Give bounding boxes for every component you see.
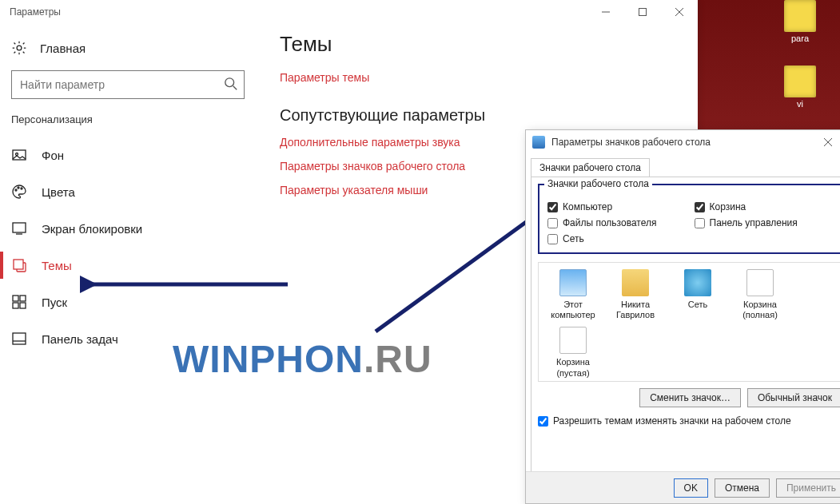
close-button[interactable] xyxy=(661,0,698,24)
allow-themes-checkbox[interactable]: Разрешить темам изменять значки на рабоч… xyxy=(538,415,840,427)
sidebar-item-lockscreen[interactable]: Экран блокировки xyxy=(0,210,256,247)
svg-point-11 xyxy=(21,188,22,189)
sidebar-item-label: Пуск xyxy=(42,296,67,309)
sidebar-item-label: Панель задач xyxy=(42,332,118,346)
search-input[interactable] xyxy=(11,70,245,99)
watermark-part1: WINPHON xyxy=(173,338,364,380)
icon-item-this-pc[interactable]: Этот компьютер xyxy=(545,269,601,320)
window-title: Параметры xyxy=(10,6,587,18)
checkbox-network[interactable]: Сеть xyxy=(547,233,687,244)
dialog-close-button[interactable] xyxy=(824,138,840,146)
icon-item-user[interactable]: Никита Гаврилов xyxy=(607,269,663,320)
default-icon-button[interactable]: Обычный значок xyxy=(747,388,840,407)
dialog-footer: OK Отмена Применить xyxy=(526,471,840,503)
gear-icon xyxy=(11,40,27,56)
svg-rect-7 xyxy=(13,150,26,160)
folder-icon xyxy=(784,65,816,97)
svg-rect-18 xyxy=(20,303,26,308)
checkbox-group: Значки рабочего стола Компьютер Корзина … xyxy=(538,184,840,254)
desktop-icon-para[interactable]: para xyxy=(776,0,824,43)
taskbar-icon xyxy=(11,331,27,347)
recycle-bin-full-icon xyxy=(746,269,774,296)
related-heading: Сопутствующие параметры xyxy=(280,106,698,125)
svg-rect-15 xyxy=(13,296,18,301)
svg-point-9 xyxy=(15,189,17,191)
annotation-arrow xyxy=(360,204,543,339)
sidebar-item-colors[interactable]: Цвета xyxy=(0,173,256,210)
sidebar-item-label: Цвета xyxy=(42,185,75,199)
dialog-titlebar: Параметры значков рабочего стола xyxy=(526,130,840,154)
sidebar: Главная Персонализация Фон Цвета Экран б… xyxy=(0,24,256,357)
watermark: WINPHON.RU xyxy=(173,337,432,381)
checkbox-control-panel[interactable]: Панель управления xyxy=(695,217,834,228)
tab-desktop-icons[interactable]: Значки рабочего стола xyxy=(531,158,650,177)
icon-item-bin-full[interactable]: Корзина (полная) xyxy=(732,269,788,320)
group-label: Значки рабочего стола xyxy=(544,178,652,189)
home-label: Главная xyxy=(40,42,86,55)
section-label: Персонализация xyxy=(0,113,256,137)
titlebar: Параметры xyxy=(0,0,698,24)
checkbox-input[interactable] xyxy=(538,416,548,427)
checkbox-userfiles[interactable]: Файлы пользователя xyxy=(547,217,687,228)
svg-point-8 xyxy=(16,153,18,156)
dialog-tabs: Значки рабочего стола xyxy=(526,154,840,177)
start-icon xyxy=(11,294,27,310)
apply-button[interactable]: Применить xyxy=(776,478,840,498)
themes-icon xyxy=(11,257,27,273)
folder-icon xyxy=(784,0,816,32)
icon-item-network[interactable]: Сеть xyxy=(670,269,726,320)
svg-point-5 xyxy=(225,78,234,87)
cancel-button[interactable]: Отмена xyxy=(715,478,770,498)
minimize-button[interactable] xyxy=(587,0,624,24)
icon-item-bin-empty[interactable]: Корзина (пустая) xyxy=(545,327,601,378)
home-link[interactable]: Главная xyxy=(0,32,256,64)
dialog-title: Параметры значков рабочего стола xyxy=(551,137,824,148)
checkbox-input[interactable] xyxy=(547,234,558,244)
sidebar-item-background[interactable]: Фон xyxy=(0,137,256,173)
checkbox-input[interactable] xyxy=(695,202,705,212)
recycle-bin-empty-icon xyxy=(559,327,587,354)
search-box xyxy=(11,70,245,99)
sidebar-item-label: Фон xyxy=(42,149,64,162)
sidebar-item-label: Экран блокировки xyxy=(42,222,142,236)
watermark-part2: .RU xyxy=(364,338,432,380)
network-icon xyxy=(684,269,711,296)
svg-rect-17 xyxy=(13,303,18,308)
checkbox-input[interactable] xyxy=(547,202,558,212)
svg-rect-1 xyxy=(639,9,647,16)
link-theme-settings[interactable]: Параметры темы xyxy=(280,71,698,84)
maximize-button[interactable] xyxy=(624,0,661,24)
checkbox-input[interactable] xyxy=(695,218,705,228)
svg-line-22 xyxy=(376,218,531,331)
palette-icon xyxy=(11,184,27,200)
search-icon xyxy=(224,77,238,91)
svg-rect-16 xyxy=(20,296,26,301)
desktop-icon-label: para xyxy=(776,34,824,43)
change-icon-button[interactable]: Сменить значок… xyxy=(639,388,741,407)
checkbox-input[interactable] xyxy=(547,218,558,228)
svg-rect-19 xyxy=(13,333,26,344)
svg-rect-14 xyxy=(14,260,23,269)
checkbox-computer[interactable]: Компьютер xyxy=(547,201,687,212)
user-folder-icon xyxy=(622,269,649,296)
ok-button[interactable]: OK xyxy=(674,478,708,498)
desktop-icon-label: vi xyxy=(776,99,824,109)
monitor-icon xyxy=(559,269,587,296)
icon-preview-list[interactable]: Этот компьютер Никита Гаврилов Сеть Корз… xyxy=(538,262,840,382)
svg-point-4 xyxy=(17,46,22,50)
desktop-icons-dialog: Параметры значков рабочего стола Значки … xyxy=(525,129,840,504)
picture-icon xyxy=(11,147,27,163)
dialog-app-icon xyxy=(532,136,545,149)
lock-screen-icon xyxy=(11,220,27,236)
svg-rect-12 xyxy=(13,223,26,232)
annotation-arrow xyxy=(80,268,296,300)
svg-line-6 xyxy=(233,86,237,90)
svg-point-10 xyxy=(18,187,19,189)
checkbox-recycle[interactable]: Корзина xyxy=(695,201,834,212)
tab-panel: Значки рабочего стола Компьютер Корзина … xyxy=(531,177,840,493)
page-heading: Темы xyxy=(280,32,698,57)
sidebar-item-label: Темы xyxy=(42,259,72,272)
desktop-icon-vi[interactable]: vi xyxy=(776,65,824,109)
